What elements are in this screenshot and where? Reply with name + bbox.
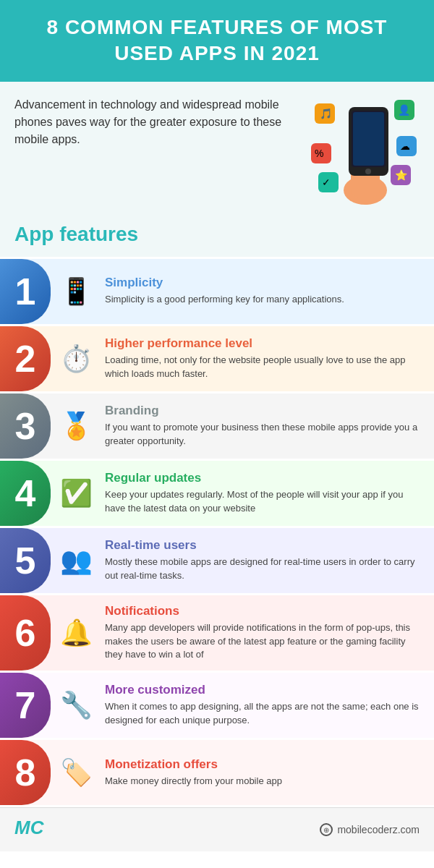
feature-icon-7: 🔧 xyxy=(51,673,101,738)
feature-desc-3: If you want to promote your business the… xyxy=(105,421,423,448)
feature-title-2: Higher performance level xyxy=(105,336,423,351)
feature-title-7: More customized xyxy=(105,683,423,697)
feature-number-7: 7 xyxy=(0,673,51,738)
app-features-section: App features xyxy=(0,219,434,257)
feature-item-5: 5 👥 Real-time users Mostly these mobile … xyxy=(0,528,434,593)
feature-desc-5: Mostly these mobile apps are designed fo… xyxy=(105,556,423,583)
feature-desc-8: Make money directly from your mobile app xyxy=(105,775,423,788)
feature-icon-2: ⏱️ xyxy=(51,326,101,391)
intro-section: Advancement in technology and widespread… xyxy=(0,82,434,219)
feature-item-4: 4 ✅ Regular updates Keep your updates re… xyxy=(0,461,434,526)
feature-number-3: 3 xyxy=(0,393,51,459)
feature-title-3: Branding xyxy=(105,404,423,418)
svg-text:✓: ✓ xyxy=(322,176,331,188)
feature-icon-1: 📱 xyxy=(51,259,101,324)
page-footer: MC ⊕ mobilecoderz.com xyxy=(0,807,434,851)
svg-text:☁: ☁ xyxy=(400,140,410,152)
feature-icon-5: 👥 xyxy=(51,528,101,593)
feature-desc-6: Many app developers will provide notific… xyxy=(105,621,423,663)
phone-illustration: 🎵 👤 % ☁ ⭐ ✓ xyxy=(311,96,420,212)
svg-rect-4 xyxy=(353,112,384,166)
feature-icon-8: 🏷️ xyxy=(51,740,101,805)
feature-item-8: 8 🏷️ Monetization offers Make money dire… xyxy=(0,740,434,805)
footer-logo: MC xyxy=(14,817,51,843)
feature-title-6: Notifications xyxy=(105,604,423,618)
feature-number-1: 1 xyxy=(0,259,51,324)
feature-content-1: Simplicity Simplicity is a good performi… xyxy=(101,259,434,324)
feature-item-3: 3 🏅 Branding If you want to promote your… xyxy=(0,393,434,459)
feature-title-8: Monetization offers xyxy=(105,757,423,772)
feature-item-6: 6 🔔 Notifications Many app developers wi… xyxy=(0,595,434,671)
svg-point-5 xyxy=(365,169,371,174)
page-title: 8 COMMON FEATURES OF MOST USED APPS IN 2… xyxy=(22,14,412,67)
svg-text:%: % xyxy=(315,148,323,159)
feature-icon-6: 🔔 xyxy=(51,595,101,671)
feature-desc-2: Loading time, not only for the website p… xyxy=(105,354,423,381)
svg-text:🎵: 🎵 xyxy=(320,108,333,120)
feature-content-3: Branding If you want to promote your bus… xyxy=(101,393,434,459)
feature-title-5: Real-time users xyxy=(105,538,423,553)
feature-item-7: 7 🔧 More customized When it comes to app… xyxy=(0,673,434,738)
feature-item-2: 2 ⏱️ Higher performance level Loading ti… xyxy=(0,326,434,391)
feature-content-7: More customized When it comes to app des… xyxy=(101,673,434,738)
feature-icon-4: ✅ xyxy=(51,461,101,526)
feature-number-8: 8 xyxy=(0,740,51,805)
feature-desc-4: Keep your updates regularly. Most of the… xyxy=(105,488,423,516)
intro-text: Advancement in technology and widespread… xyxy=(14,96,311,148)
feature-number-4: 4 xyxy=(0,461,51,526)
feature-content-4: Regular updates Keep your updates regula… xyxy=(101,461,434,526)
feature-content-5: Real-time users Mostly these mobile apps… xyxy=(101,528,434,593)
feature-icon-3: 🏅 xyxy=(51,393,101,459)
footer-website-url: mobilecoderz.com xyxy=(337,824,420,835)
page-header: 8 COMMON FEATURES OF MOST USED APPS IN 2… xyxy=(0,0,434,82)
globe-icon: ⊕ xyxy=(320,823,333,836)
feature-content-8: Monetization offers Make money directly … xyxy=(101,740,434,805)
feature-number-5: 5 xyxy=(0,528,51,593)
feature-item-1: 1 📱 Simplicity Simplicity is a good perf… xyxy=(0,259,434,324)
svg-text:MC: MC xyxy=(14,817,45,838)
app-features-title: App features xyxy=(14,223,420,246)
feature-content-2: Higher performance level Loading time, n… xyxy=(101,326,434,391)
feature-desc-7: When it comes to app designing, all the … xyxy=(105,700,423,728)
feature-number-2: 2 xyxy=(0,326,51,391)
feature-content-6: Notifications Many app developers will p… xyxy=(101,595,434,671)
svg-text:⭐: ⭐ xyxy=(395,169,408,182)
feature-title-1: Simplicity xyxy=(105,276,423,290)
footer-website-container: ⊕ mobilecoderz.com xyxy=(320,823,420,836)
feature-number-6: 6 xyxy=(0,595,51,671)
feature-title-4: Regular updates xyxy=(105,471,423,485)
features-list: 1 📱 Simplicity Simplicity is a good perf… xyxy=(0,259,434,806)
feature-desc-1: Simplicity is a good performing key for … xyxy=(105,293,423,307)
svg-text:👤: 👤 xyxy=(398,104,411,116)
